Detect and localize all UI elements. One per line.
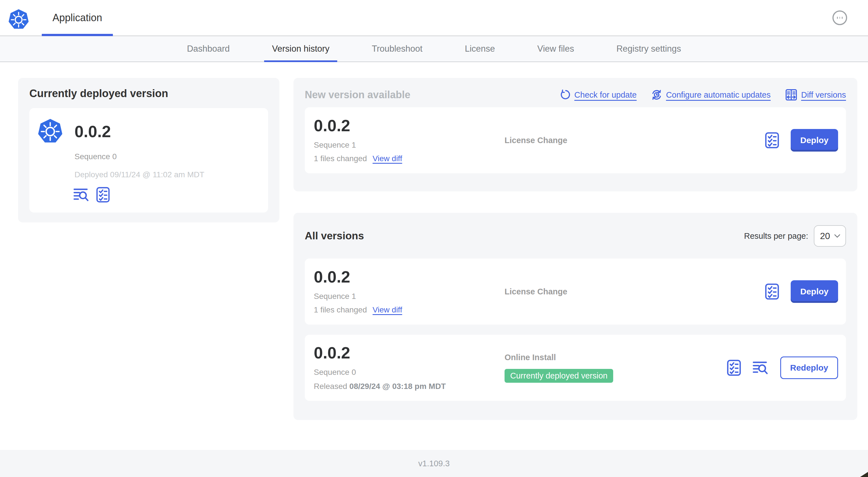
check-for-update-link[interactable]: Check for update bbox=[560, 89, 637, 100]
tab-version-history[interactable]: Version history bbox=[264, 36, 337, 62]
app-title: Application bbox=[53, 12, 102, 24]
currently-deployed-version-card: 0.0.2 Sequence 0 Deployed 09/11/24 @ 11:… bbox=[29, 108, 268, 212]
sequence-label: Sequence 1 bbox=[314, 141, 504, 150]
version-row: 0.0.2 Sequence 0 Released 08/29/24 @ 03:… bbox=[305, 335, 846, 401]
files-changed-label: 1 files changed bbox=[314, 305, 367, 315]
tab-license[interactable]: License bbox=[457, 36, 503, 62]
view-logs-icon bbox=[752, 361, 769, 375]
app-tab[interactable]: Application bbox=[42, 0, 113, 35]
results-per-page-label: Results per page: bbox=[744, 232, 808, 241]
kubernetes-logo-icon bbox=[8, 8, 29, 31]
diff-versions-link[interactable]: Diff versions bbox=[785, 89, 846, 101]
view-diff-link[interactable]: View diff bbox=[372, 305, 402, 315]
version-source-label: Online Install bbox=[504, 353, 720, 362]
version-label: 0.0.2 bbox=[314, 345, 504, 361]
released-timestamp: Released 08/29/24 @ 03:18 pm MDT bbox=[314, 382, 504, 391]
version-source-label: License Change bbox=[504, 287, 758, 296]
preflight-checks-button[interactable] bbox=[726, 359, 741, 376]
tab-registry-settings[interactable]: Registry settings bbox=[609, 36, 689, 62]
version-history-content: Currently deployed version bbox=[0, 62, 868, 450]
view-logs-icon bbox=[73, 188, 90, 202]
refresh-icon bbox=[560, 89, 570, 100]
sequence-label: Sequence 0 bbox=[314, 368, 504, 377]
version-label: 0.0.2 bbox=[74, 122, 111, 141]
configure-automatic-updates-link[interactable]: Configure automatic updates bbox=[651, 89, 771, 100]
currently-deployed-badge: Currently deployed version bbox=[504, 369, 613, 383]
version-label: 0.0.2 bbox=[314, 117, 504, 134]
console-version-label: v1.109.3 bbox=[418, 459, 450, 468]
files-changed-label: 1 files changed bbox=[314, 154, 367, 163]
new-version-heading: New version available bbox=[305, 89, 410, 101]
tab-dashboard[interactable]: Dashboard bbox=[179, 36, 238, 62]
preflight-checks-button[interactable] bbox=[765, 283, 779, 300]
ellipsis-icon bbox=[837, 17, 838, 19]
version-label: 0.0.2 bbox=[314, 269, 504, 285]
admin-console-page: Application Dashboard Version history Tr… bbox=[0, 0, 868, 477]
version-row: 0.0.2 Sequence 1 1 files changed View di… bbox=[305, 259, 846, 325]
app-subnav: Dashboard Version history Troubleshoot L… bbox=[0, 36, 868, 62]
preflight-checks-button[interactable] bbox=[96, 186, 110, 203]
currently-deployed-card: Currently deployed version bbox=[18, 78, 279, 222]
preflight-checks-icon bbox=[96, 186, 110, 203]
all-versions-title: All versions bbox=[305, 230, 364, 242]
deploy-button[interactable]: Deploy bbox=[791, 129, 838, 152]
preflight-checks-icon bbox=[765, 132, 779, 149]
view-logs-button[interactable] bbox=[752, 361, 769, 375]
diff-icon bbox=[785, 89, 797, 101]
tab-view-files[interactable]: View files bbox=[529, 36, 582, 62]
currently-deployed-title: Currently deployed version bbox=[29, 88, 268, 100]
version-source-label: License Change bbox=[504, 136, 758, 145]
results-per-page-select[interactable]: 20 bbox=[814, 225, 846, 247]
sequence-label: Sequence 1 bbox=[314, 292, 504, 301]
view-logs-button[interactable] bbox=[73, 188, 90, 202]
kubernetes-logo-icon bbox=[37, 118, 63, 145]
view-diff-link[interactable]: View diff bbox=[372, 154, 402, 163]
preflight-checks-icon bbox=[765, 283, 779, 300]
more-options-button[interactable] bbox=[832, 10, 847, 25]
deployed-timestamp: Deployed 09/11/24 @ 11:02 am MDT bbox=[74, 170, 260, 179]
page-footer: v1.109.3 bbox=[0, 450, 868, 477]
top-header: Application bbox=[0, 0, 868, 36]
right-column: New version available Check for update bbox=[293, 78, 857, 420]
preflight-checks-icon bbox=[726, 359, 741, 376]
sequence-label: Sequence 0 bbox=[74, 152, 260, 161]
update-actions: Check for update Configure a bbox=[560, 89, 846, 101]
auto-update-clock-icon bbox=[651, 89, 662, 100]
redeploy-button[interactable]: Redeploy bbox=[780, 356, 838, 379]
tab-troubleshoot[interactable]: Troubleshoot bbox=[364, 36, 430, 62]
new-version-row: 0.0.2 Sequence 1 1 files changed View di… bbox=[305, 107, 846, 173]
chevron-down-icon bbox=[834, 234, 840, 238]
deploy-button[interactable]: Deploy bbox=[791, 280, 838, 303]
preflight-checks-button[interactable] bbox=[765, 132, 779, 149]
all-versions-card: All versions Results per page: 20 0.0.2 … bbox=[293, 213, 857, 420]
new-version-card: New version available Check for update bbox=[293, 78, 857, 191]
